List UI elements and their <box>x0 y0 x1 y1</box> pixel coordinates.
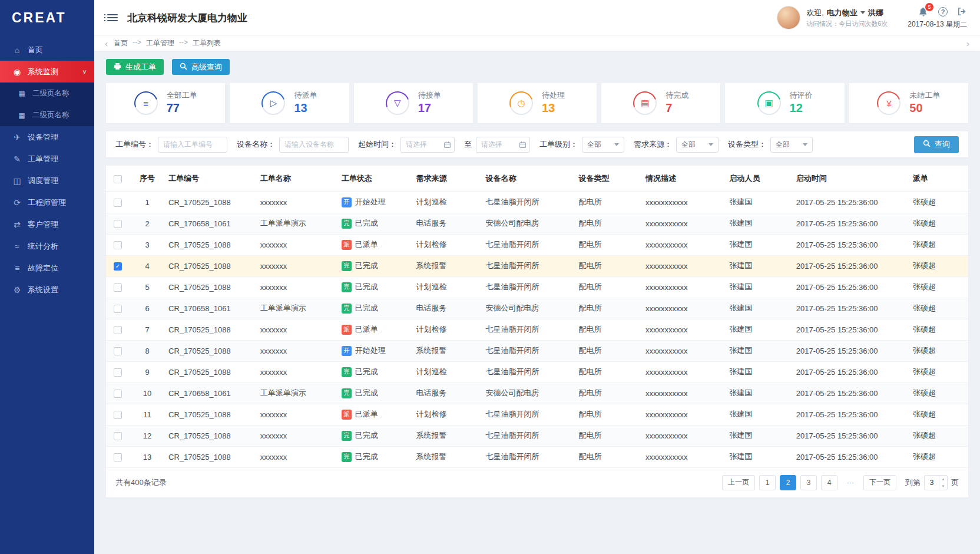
search-button[interactable]: 查询 <box>914 136 959 153</box>
advanced-search-button[interactable]: 高级查询 <box>172 59 230 75</box>
row-checkbox[interactable] <box>114 432 122 440</box>
row-checkbox[interactable]: ✓ <box>114 262 122 271</box>
device-name-input[interactable] <box>279 137 349 153</box>
row-checkbox[interactable] <box>114 453 122 461</box>
page-button-2[interactable]: 2 <box>780 475 796 490</box>
stat-info: 未结工单50 <box>909 91 940 115</box>
sidebar-item[interactable]: ⇄客户管理 <box>0 213 94 235</box>
column-header: 设备名称 <box>482 166 575 192</box>
sidebar-item[interactable]: ⟳工程师管理 <box>0 192 94 213</box>
header-icons: 5 ? 2017-08-13 星期二 <box>908 6 967 29</box>
avatar[interactable] <box>777 6 800 29</box>
row-checkbox[interactable] <box>114 368 122 377</box>
table-row[interactable]: 13CR_170525_1088xxxxxxx完已完成系统报警七星油脂开闭所配电… <box>106 446 968 467</box>
breadcrumb-item[interactable]: 工单管理 <box>146 38 174 48</box>
breadcrumb-item[interactable]: 首页 <box>114 38 128 48</box>
sidebar-item[interactable]: ✎工单管理 <box>0 148 94 170</box>
logout-icon[interactable] <box>957 6 967 17</box>
start-date-input[interactable] <box>400 137 455 153</box>
cell-dispatcher: 张硕超 <box>909 192 968 213</box>
sidebar-item[interactable]: ⌂首页 <box>0 39 94 61</box>
status-badge-icon: 完 <box>342 431 352 441</box>
spinner-down-icon[interactable]: ▼ <box>939 483 947 490</box>
table-row[interactable]: 12CR_170525_1088xxxxxxx完已完成系统报警七星油脂开闭所配电… <box>106 425 968 446</box>
next-page-button[interactable]: 下一页 <box>863 475 896 490</box>
table-row[interactable]: 2CR_170658_1061工单派单演示完已完成电话服务安德公司配电房配电所x… <box>106 213 968 234</box>
work-order-table: 序号工单编号工单名称工单状态需求来源设备名称设备类型情况描述启动人员启动时间派单… <box>106 166 968 468</box>
cell-name: xxxxxxx <box>257 192 338 213</box>
help-icon[interactable]: ? <box>938 7 948 17</box>
sidebar-subitem[interactable]: ▦二级页名称 <box>0 104 94 126</box>
stat-card[interactable]: ≡全部工单77 <box>106 83 225 123</box>
stat-card[interactable]: ▽待接单17 <box>354 83 473 123</box>
generate-order-button[interactable]: 生成工单 <box>106 59 164 75</box>
demand-source-select[interactable]: 全部 <box>676 137 719 153</box>
stat-card[interactable]: ◷待处理13 <box>478 83 597 123</box>
row-checkbox[interactable] <box>114 347 122 355</box>
cell-code: CR_170525_1088 <box>165 234 257 255</box>
row-checkbox[interactable] <box>114 241 122 249</box>
status-text: 开始处理 <box>355 345 386 356</box>
row-checkbox-cell <box>106 319 130 340</box>
cell-type: 配电所 <box>575 340 641 361</box>
table-row[interactable]: 8CR_170525_1088xxxxxxx开开始处理系统报警七星油脂开闭所配电… <box>106 340 968 361</box>
breadcrumb-back-icon[interactable]: ‹ <box>102 38 110 48</box>
sidebar-item[interactable]: ≈统计分析 <box>0 235 94 257</box>
cell-time: 2017-05-25 15:25:36:00 <box>793 234 909 255</box>
page-button-1[interactable]: 1 <box>759 475 776 490</box>
printer-icon <box>114 62 121 72</box>
select-all-checkbox[interactable] <box>114 175 122 183</box>
notification-bell-icon[interactable]: 5 <box>918 6 929 17</box>
stat-card[interactable]: ▣待评价12 <box>725 83 844 123</box>
row-checkbox[interactable] <box>114 199 122 207</box>
row-checkbox[interactable] <box>114 326 122 334</box>
row-checkbox[interactable] <box>114 411 122 419</box>
column-header: 工单状态 <box>338 166 413 192</box>
goto-page-value: 3 <box>925 479 939 487</box>
page-button-4[interactable]: 4 <box>821 475 837 490</box>
sidebar-item[interactable]: ✈设备管理 <box>0 126 94 148</box>
device-type-select[interactable]: 全部 <box>770 137 813 153</box>
stat-card[interactable]: ¥未结工单50 <box>849 83 968 123</box>
sidebar-item[interactable]: ◫调度管理 <box>0 170 94 192</box>
table-row[interactable]: ✓4CR_170525_1088xxxxxxx完已完成系统报警七星油脂开闭所配电… <box>106 255 968 276</box>
page-button-3[interactable]: 3 <box>800 475 817 490</box>
row-checkbox[interactable] <box>114 305 122 313</box>
end-date-input[interactable] <box>476 137 530 153</box>
stat-card[interactable]: ▤待完成7 <box>601 83 720 123</box>
table-row[interactable]: 3CR_170525_1088xxxxxxx派已派单计划检修七星油脂开闭所配电所… <box>106 234 968 255</box>
breadcrumb-forward-icon[interactable]: › <box>964 38 972 48</box>
row-checkbox-cell <box>106 213 130 234</box>
stat-value: 17 <box>418 101 441 116</box>
goto-page-input[interactable]: 3▲▼ <box>924 475 948 490</box>
table-row[interactable]: 11CR_170525_1088xxxxxxx派已派单计划检修七星油脂开闭所配电… <box>106 404 968 425</box>
table-row[interactable]: 10CR_170658_1061工单派单演示完已完成电话服务安德公司配电房配电所… <box>106 382 968 404</box>
chevron-down-icon[interactable] <box>860 11 865 14</box>
status-cell: 完已完成 <box>338 425 413 446</box>
cell-desc: xxxxxxxxxxx <box>642 361 726 382</box>
stat-label: 待派单 <box>294 91 317 100</box>
table-row[interactable]: 7CR_170525_1088xxxxxxx派已派单计划检修七星油脂开闭所配电所… <box>106 319 968 340</box>
row-checkbox[interactable] <box>114 220 122 228</box>
row-checkbox[interactable] <box>114 283 122 292</box>
sidebar-item-label: 二级页名称 <box>32 88 69 98</box>
page-title: 北京科锐研发大厦电力物业 <box>127 11 247 25</box>
sidebar-subitem[interactable]: ▦二级页名称 <box>0 83 94 104</box>
order-no-input[interactable] <box>158 137 227 153</box>
welcome-line[interactable]: 欢迎, 电力物业 洪娜 <box>806 7 888 19</box>
table-row[interactable]: 1CR_170525_1088xxxxxxx开开始处理计划巡检七星油脂开闭所配电… <box>106 192 968 213</box>
menu-toggle-icon[interactable] <box>107 14 118 21</box>
table-row[interactable]: 6CR_170658_1061工单派单演示完已完成电话服务安德公司配电房配电所x… <box>106 298 968 319</box>
stat-card[interactable]: ▷待派单13 <box>230 83 349 123</box>
sidebar-item[interactable]: ≡故障定位 <box>0 257 94 279</box>
sidebar-item[interactable]: ◉系统监测∨ <box>0 61 94 83</box>
order-level-select[interactable]: 全部 <box>582 137 624 153</box>
prev-page-button[interactable]: 上一页 <box>722 475 755 490</box>
sidebar-item[interactable]: ⚙系统设置 <box>0 279 94 301</box>
cell-starter: 张建国 <box>726 192 792 213</box>
spinner-up-icon[interactable]: ▲ <box>939 476 947 483</box>
table-row[interactable]: 9CR_170525_1088xxxxxxx完已完成计划巡检七星油脂开闭所配电所… <box>106 361 968 382</box>
breadcrumb-item[interactable]: 工单列表 <box>193 38 221 48</box>
row-checkbox[interactable] <box>114 390 122 398</box>
table-row[interactable]: 5CR_170525_1088xxxxxxx完已完成计划巡检七星油脂开闭所配电所… <box>106 276 968 298</box>
